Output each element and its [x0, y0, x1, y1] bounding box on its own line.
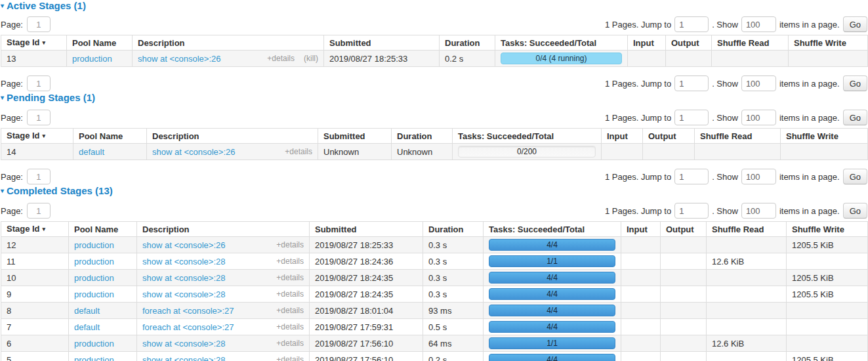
- column-header-input[interactable]: Input: [628, 35, 666, 51]
- details-toggle[interactable]: +details: [267, 54, 295, 64]
- column-header-submitted[interactable]: Submitted: [324, 35, 440, 51]
- cell-shuffle-read: [712, 51, 789, 67]
- pool-link[interactable]: production: [74, 240, 114, 250]
- column-header-shuffle-write[interactable]: Shuffle Write: [787, 222, 868, 237]
- items-per-page-input[interactable]: [741, 169, 776, 184]
- column-header-shuffle-read[interactable]: Shuffle Read: [695, 129, 781, 144]
- items-per-page-input[interactable]: [741, 203, 776, 219]
- pool-link[interactable]: default: [79, 147, 104, 157]
- go-button[interactable]: Go: [843, 16, 867, 32]
- stage-description-link[interactable]: foreach at <console>:27: [142, 306, 234, 316]
- cell-shuffle-read: [707, 303, 787, 319]
- stage-description-link[interactable]: show at <console>:28: [142, 289, 225, 299]
- pool-link[interactable]: production: [72, 54, 112, 64]
- column-header-output[interactable]: Output: [666, 35, 712, 51]
- jump-to-page-input[interactable]: [674, 75, 709, 91]
- pool-link[interactable]: default: [74, 322, 100, 332]
- column-header-tasks[interactable]: Tasks: Succeeded/Total: [484, 222, 621, 237]
- jump-to-page-input[interactable]: [674, 110, 709, 125]
- details-toggle[interactable]: +details: [276, 289, 304, 299]
- pool-link[interactable]: production: [74, 273, 114, 283]
- column-header-duration[interactable]: Duration: [423, 222, 484, 237]
- stage-description-link[interactable]: show at <console>:28: [142, 257, 225, 266]
- column-header-stage-id[interactable]: Stage Id▾: [1, 35, 67, 51]
- column-header-pool-name[interactable]: Pool Name: [69, 222, 137, 237]
- pool-link[interactable]: production: [74, 257, 114, 266]
- page-number-input[interactable]: [27, 203, 51, 219]
- details-toggle[interactable]: +details: [276, 306, 304, 316]
- pool-link[interactable]: production: [74, 289, 114, 299]
- cell-shuffle-read: [707, 270, 787, 286]
- column-header-shuffle-read[interactable]: Shuffle Read: [707, 222, 787, 237]
- details-toggle[interactable]: +details: [276, 240, 304, 250]
- stage-description-link[interactable]: show at <console>:26: [138, 54, 220, 64]
- stage-description-link[interactable]: show at <console>:28: [142, 339, 225, 349]
- show-label: . Show: [712, 20, 738, 30]
- go-button[interactable]: Go: [843, 110, 867, 125]
- cell-duration: 93 ms: [423, 303, 484, 319]
- stage-description-link[interactable]: foreach at <console>:27: [142, 322, 234, 332]
- column-header-submitted[interactable]: Submitted: [310, 222, 423, 237]
- items-per-page-input[interactable]: [741, 16, 776, 32]
- details-toggle[interactable]: +details: [276, 322, 304, 332]
- column-header-duration[interactable]: Duration: [392, 129, 453, 144]
- column-header-input[interactable]: Input: [602, 129, 643, 144]
- items-per-page-input[interactable]: [741, 75, 776, 91]
- cell-submitted: 2019/08/27 17:56:10: [310, 335, 423, 352]
- tasks-progress-bar: 4/4: [489, 305, 615, 316]
- pages-count-text: 1 Pages. Jump to: [605, 79, 671, 89]
- cell-stage-id: 5: [1, 352, 69, 361]
- pool-link[interactable]: default: [74, 306, 100, 316]
- column-header-tasks[interactable]: Tasks: Succeeded/Total: [495, 35, 628, 51]
- column-header-duration[interactable]: Duration: [440, 35, 495, 51]
- jump-to-page-input[interactable]: [674, 169, 709, 184]
- jump-to-page-input[interactable]: [674, 203, 709, 219]
- details-toggle[interactable]: +details: [276, 273, 304, 283]
- column-header-shuffle-write[interactable]: Shuffle Write: [781, 129, 868, 144]
- go-button[interactable]: Go: [843, 203, 867, 219]
- go-button[interactable]: Go: [843, 75, 867, 91]
- kill-link[interactable]: (kill): [304, 54, 318, 64]
- items-per-page-input[interactable]: [741, 110, 776, 125]
- pages-count-text: 1 Pages. Jump to: [605, 206, 671, 216]
- tasks-progress-bar: 4/4: [489, 321, 615, 333]
- column-header-description[interactable]: Description: [133, 35, 324, 51]
- pool-link[interactable]: production: [74, 355, 114, 361]
- stage-description-link[interactable]: show at <console>:26: [152, 147, 235, 157]
- page-number-input[interactable]: [27, 169, 51, 184]
- column-header-pool-name[interactable]: Pool Name: [73, 129, 147, 144]
- pool-link[interactable]: production: [74, 339, 114, 349]
- section-header-active-stages[interactable]: ▾Active Stages (1): [1, 0, 867, 12]
- section-header-completed-stages[interactable]: ▾Completed Stages (13): [1, 185, 867, 197]
- column-header-description[interactable]: Description: [137, 222, 310, 237]
- cell-shuffle-read: [707, 319, 787, 335]
- column-header-shuffle-write[interactable]: Shuffle Write: [789, 35, 868, 51]
- page-number-input[interactable]: [27, 16, 51, 32]
- column-header-description[interactable]: Description: [147, 129, 318, 144]
- details-toggle[interactable]: +details: [276, 355, 304, 361]
- page-number-input[interactable]: [27, 110, 51, 125]
- details-toggle[interactable]: +details: [276, 257, 304, 266]
- column-header-output[interactable]: Output: [661, 222, 707, 237]
- column-header-pool-name[interactable]: Pool Name: [67, 35, 133, 51]
- cell-output: [661, 237, 707, 253]
- cell-output: [661, 303, 707, 319]
- column-header-stage-id[interactable]: Stage Id▾: [1, 222, 69, 237]
- column-header-tasks[interactable]: Tasks: Succeeded/Total: [453, 129, 602, 144]
- details-toggle[interactable]: +details: [276, 339, 304, 349]
- column-header-input[interactable]: Input: [621, 222, 661, 237]
- stage-description-link[interactable]: show at <console>:26: [142, 240, 225, 250]
- column-header-output[interactable]: Output: [643, 129, 695, 144]
- jump-to-page-input[interactable]: [674, 16, 709, 32]
- stage-description-link[interactable]: show at <console>:28: [142, 355, 225, 361]
- column-header-stage-id[interactable]: Stage Id▾: [1, 129, 73, 144]
- stage-description-link[interactable]: show at <console>:28: [142, 273, 225, 283]
- tasks-progress-bar: 1/1: [489, 337, 615, 349]
- column-header-shuffle-read[interactable]: Shuffle Read: [712, 35, 789, 51]
- details-toggle[interactable]: +details: [285, 147, 312, 157]
- go-button[interactable]: Go: [843, 169, 867, 184]
- page-number-input[interactable]: [27, 75, 51, 91]
- cell-input: [621, 237, 661, 253]
- column-header-submitted[interactable]: Submitted: [318, 129, 392, 144]
- section-header-pending-stages[interactable]: ▾Pending Stages (1): [1, 92, 867, 104]
